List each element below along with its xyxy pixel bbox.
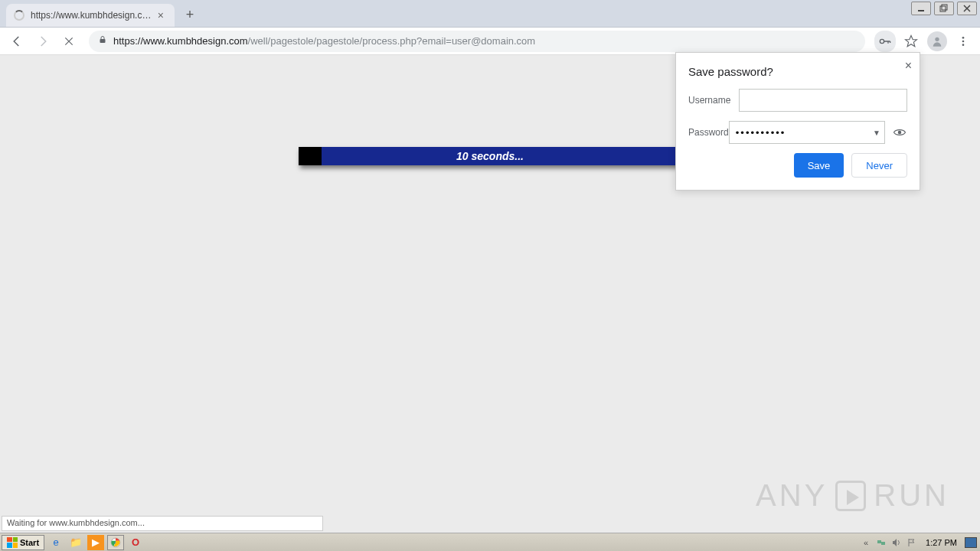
address-bar[interactable]: https://www.kumbhdesign.com/well/pagesto… (89, 31, 865, 52)
minimize-button[interactable] (911, 2, 931, 15)
password-input[interactable] (729, 121, 885, 144)
username-label: Username (688, 95, 739, 106)
clock[interactable]: 1:27 PM (921, 538, 962, 547)
svg-point-5 (935, 37, 939, 41)
start-label: Start (20, 538, 39, 547)
svg-point-4 (880, 39, 884, 43)
username-input[interactable] (739, 89, 907, 112)
url-path: /well/pagestole/pagestole/process.php?em… (248, 35, 536, 47)
media-icon[interactable]: ▶ (87, 535, 104, 550)
close-dialog-button[interactable]: × (905, 59, 912, 73)
tab-strip: https://www.kumbhdesign.com/well × + (0, 0, 980, 28)
tab-title: https://www.kumbhdesign.com/well (31, 10, 155, 21)
key-icon[interactable] (874, 31, 896, 52)
menu-icon[interactable] (952, 31, 974, 52)
show-password-icon[interactable] (893, 126, 907, 139)
password-label: Password (688, 127, 729, 138)
ie-icon[interactable]: e (47, 535, 64, 550)
start-button[interactable]: Start (2, 535, 44, 550)
opera-icon[interactable]: O (127, 535, 144, 550)
windows-logo-icon (7, 537, 18, 548)
browser-toolbar: https://www.kumbhdesign.com/well/pagesto… (0, 28, 980, 55)
svg-rect-12 (877, 540, 881, 543)
svg-rect-1 (940, 6, 946, 11)
system-tray: « 1:27 PM (860, 536, 980, 549)
progress-bar: 10 seconds... (299, 147, 681, 165)
save-password-dialog: × Save password? Username Password ▼ Sav… (675, 52, 920, 191)
progress-text: 10 seconds... (299, 147, 681, 165)
close-window-button[interactable] (957, 2, 977, 15)
tray-flag-icon[interactable] (906, 536, 918, 549)
svg-point-9 (898, 131, 902, 135)
show-desktop-button[interactable] (965, 537, 977, 548)
forward-button[interactable] (32, 31, 54, 52)
taskbar: Start e 📁 ▶ O « 1:27 PM (0, 533, 980, 551)
status-bar: Waiting for www.kumbhdesign.com... (2, 516, 323, 531)
svg-rect-2 (942, 5, 947, 10)
chrome-taskbar-icon[interactable] (107, 535, 124, 550)
close-tab-button[interactable]: × (155, 9, 167, 21)
loading-spinner-icon (14, 10, 24, 21)
svg-rect-13 (881, 542, 885, 545)
svg-point-7 (962, 40, 965, 42)
stop-button[interactable] (58, 31, 80, 52)
profile-avatar[interactable] (926, 31, 948, 52)
save-button[interactable]: Save (794, 153, 844, 178)
maximize-button[interactable] (934, 2, 954, 15)
explorer-icon[interactable]: 📁 (67, 535, 84, 550)
password-dropdown-icon[interactable]: ▼ (873, 129, 880, 137)
tray-network-icon[interactable] (875, 536, 887, 549)
never-button[interactable]: Never (851, 153, 907, 178)
tray-volume-icon[interactable] (890, 536, 903, 549)
new-tab-button[interactable]: + (179, 4, 201, 25)
svg-point-8 (962, 44, 965, 46)
svg-point-6 (962, 37, 965, 39)
svg-rect-3 (100, 39, 106, 43)
back-button[interactable] (6, 31, 28, 52)
tray-expand-icon[interactable]: « (860, 536, 872, 549)
svg-rect-0 (918, 10, 924, 11)
browser-tab[interactable]: https://www.kumbhdesign.com/well × (6, 4, 175, 27)
window-controls (911, 2, 977, 15)
url-host: https://www.kumbhdesign.com (113, 35, 248, 47)
lock-icon (98, 35, 107, 47)
star-icon[interactable] (900, 31, 922, 52)
dialog-title: Save password? (688, 65, 907, 78)
